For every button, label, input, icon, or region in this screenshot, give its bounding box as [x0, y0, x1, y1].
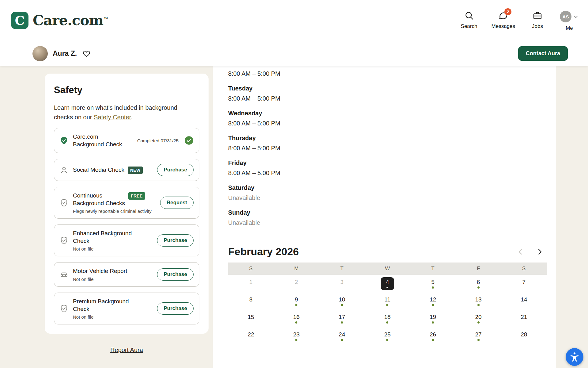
messages-unread-badge: 2 — [504, 8, 511, 15]
availability-dot — [295, 321, 297, 324]
availability-dot — [477, 321, 480, 324]
safety-item-badge: FREE — [128, 192, 145, 200]
purchase-button[interactable]: Purchase — [157, 268, 194, 281]
calendar-day-23[interactable]: 23 — [274, 327, 319, 345]
nav-messages-label: Messages — [492, 23, 515, 29]
calendar-weekday-label: S — [501, 266, 547, 272]
calendar-header: February 2026 — [228, 246, 547, 258]
availability-day-name: Friday — [228, 159, 556, 167]
safety-item-title: Motor Vehicle Report — [73, 267, 127, 275]
availability-dot — [386, 339, 388, 341]
person-icon — [60, 166, 68, 174]
availability-list: Tuesday8:00 AM – 5:00 PMWednesday8:00 AM… — [228, 84, 556, 227]
calendar-grid: 1234567891011121314151617181920212223242… — [228, 275, 547, 345]
availability-day-time: Unavailable — [228, 219, 556, 227]
purchase-button[interactable]: Purchase — [157, 164, 194, 176]
calendar-day-5[interactable]: 5 — [410, 275, 456, 292]
calendar-next-button[interactable] — [536, 248, 544, 256]
request-button[interactable]: Request — [160, 197, 194, 209]
safety-check-item: Care.com Background CheckCompleted 07/31… — [54, 128, 199, 153]
availability-day-time: 8:00 AM – 5:00 PM — [228, 119, 556, 127]
calendar-day-17[interactable]: 17 — [319, 310, 365, 327]
safety-intro: Learn more on what's included in backgro… — [54, 103, 189, 122]
calendar-day-26[interactable]: 26 — [410, 327, 456, 345]
safety-card: Safety Learn more on what's included in … — [45, 74, 209, 334]
trademark-symbol: ™ — [104, 16, 108, 21]
calendar-day-4[interactable]: 4 — [365, 275, 410, 292]
calendar-day-19[interactable]: 19 — [410, 310, 456, 327]
safety-item-subtitle: Flags newly reportable criminal activity — [73, 209, 156, 214]
calendar-prev-button[interactable] — [517, 248, 525, 256]
safety-check-item: Enhanced Background CheckNot on filePurc… — [54, 224, 199, 256]
safety-item-subtitle: Not on file — [73, 314, 153, 320]
availability-dot — [341, 304, 343, 306]
calendar-day-28[interactable]: 28 — [501, 327, 547, 345]
calendar-weekday-label: S — [228, 266, 274, 272]
jobs-icon — [533, 11, 542, 21]
calendar-weekday-header: SMTWTFS — [228, 263, 547, 275]
availability-dot — [386, 304, 388, 306]
heart-icon[interactable] — [82, 49, 91, 58]
calendar-day-11[interactable]: 11 — [365, 292, 410, 310]
nav-messages[interactable]: 2 Messages — [492, 11, 515, 29]
calendar-day-22[interactable]: 22 — [228, 327, 274, 345]
calendar-day-20[interactable]: 20 — [456, 310, 501, 327]
nav-search[interactable]: Search — [461, 11, 477, 29]
calendar-day-13[interactable]: 13 — [456, 292, 501, 310]
safety-item-title: Continuous Background Checks — [73, 192, 125, 207]
calendar-day-14[interactable]: 14 — [501, 292, 547, 310]
availability-dot — [432, 321, 434, 324]
calendar-day-27[interactable]: 27 — [456, 327, 501, 345]
calendar-weekday-label: T — [319, 266, 365, 272]
calendar-day-16[interactable]: 16 — [274, 310, 319, 327]
profile-bar: Aura Z. Contact Aura — [0, 41, 588, 66]
availability-panel: 8:00 AM – 5:00 PM Tuesday8:00 AM – 5:00 … — [213, 66, 556, 368]
purchase-button[interactable]: Purchase — [157, 302, 194, 315]
calendar-day-2[interactable]: 2 — [274, 275, 319, 292]
safety-check-item: Motor Vehicle ReportNot on filePurchase — [54, 262, 199, 286]
main-content: Safety Learn more on what's included in … — [0, 66, 588, 368]
calendar-day-25[interactable]: 25 — [365, 327, 410, 345]
availability-day: Friday8:00 AM – 5:00 PM — [228, 159, 556, 177]
care-logo[interactable]: C Care.com™ — [11, 12, 108, 29]
availability-day-name: Sunday — [228, 209, 556, 217]
calendar-day-10[interactable]: 10 — [319, 292, 365, 310]
calendar-day-7[interactable]: 7 — [501, 275, 547, 292]
safety-items-list: Care.com Background CheckCompleted 07/31… — [54, 128, 199, 324]
caregiver-name: Aura Z. — [53, 49, 77, 58]
availability-day-time: Unavailable — [228, 194, 556, 202]
availability-day-time: 8:00 AM – 5:00 PM — [228, 169, 556, 177]
safety-check-item: Continuous Background ChecksFREEFlags ne… — [54, 187, 199, 219]
availability-day: Wednesday8:00 AM – 5:00 PM — [228, 109, 556, 127]
brand-wordmark: Care.com™ — [33, 12, 108, 29]
calendar-day-12[interactable]: 12 — [410, 292, 456, 310]
safety-item-subtitle: Not on file — [73, 246, 153, 251]
calendar-day-3[interactable]: 3 — [319, 275, 365, 292]
calendar-day-21[interactable]: 21 — [501, 310, 547, 327]
calendar-weekday-label: W — [365, 266, 410, 272]
safety-item-subtitle: Not on file — [73, 277, 153, 282]
safety-item-badge: NEW — [128, 167, 143, 174]
nav-jobs-label: Jobs — [532, 23, 543, 29]
nav-jobs[interactable]: Jobs — [529, 11, 546, 29]
safety-item-title: Enhanced Background Check — [73, 229, 132, 245]
calendar-day-9[interactable]: 9 — [274, 292, 319, 310]
purchase-button[interactable]: Purchase — [157, 234, 194, 247]
calendar: February 2026 SMTWTFS 123456789101112131… — [228, 246, 547, 345]
chevron-down-icon — [573, 14, 579, 20]
calendar-day-15[interactable]: 15 — [228, 310, 274, 327]
safety-item-title: Premium Background Check — [73, 297, 129, 313]
calendar-day-6[interactable]: 6 — [456, 275, 501, 292]
check-circle-icon — [184, 136, 194, 145]
contact-button[interactable]: Contact Aura — [518, 46, 568, 61]
calendar-day-24[interactable]: 24 — [319, 327, 365, 345]
calendar-day-8[interactable]: 8 — [228, 292, 274, 310]
report-link[interactable]: Report Aura — [45, 347, 209, 354]
safety-title: Safety — [54, 85, 199, 96]
accessibility-button[interactable] — [566, 348, 583, 366]
safety-center-link[interactable]: Safety Center — [94, 114, 131, 121]
calendar-day-18[interactable]: 18 — [365, 310, 410, 327]
calendar-day-1[interactable]: 1 — [228, 275, 274, 292]
nav-me[interactable]: AS Me — [560, 11, 579, 31]
care-logo-icon: C — [11, 12, 28, 29]
